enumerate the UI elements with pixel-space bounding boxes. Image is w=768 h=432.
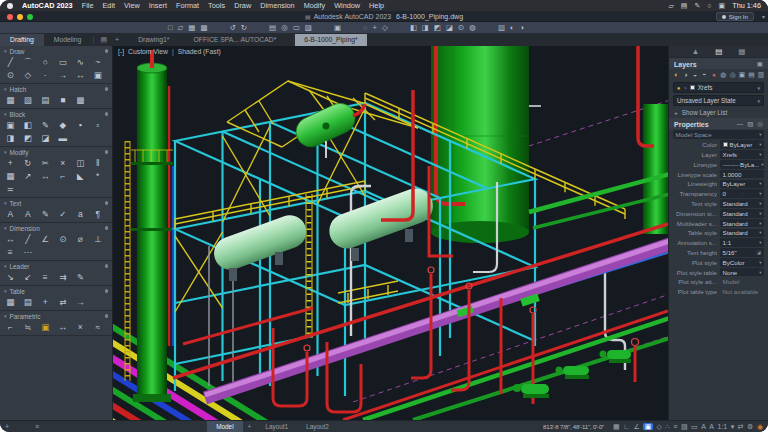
base-point-icon[interactable]: ▫ (91, 119, 106, 131)
viewport-canvas[interactable] (113, 46, 668, 420)
plot-icon[interactable]: ▤ (269, 24, 276, 32)
boundary-tool-icon[interactable]: ▤ (38, 94, 53, 106)
array-tool-icon[interactable]: ▦ (3, 170, 18, 182)
parallel-constraint-icon[interactable]: ≒ (21, 321, 36, 333)
object-snap-icon[interactable]: ▣ (643, 423, 653, 430)
clip-reference-icon[interactable]: ◩ (21, 132, 36, 144)
selection-cycling-icon[interactable]: ▭ (691, 423, 698, 430)
layer-freeze-icon[interactable]: ◑ (681, 71, 689, 79)
chamfer-tool-icon[interactable]: ◣ (73, 170, 88, 182)
transparency-picker-icon[interactable]: ◌ (741, 191, 744, 196)
write-block-icon[interactable]: ▪ (73, 119, 88, 131)
plot-style-table-dropdown[interactable]: None▾ (720, 268, 764, 277)
layers-toggle-icon[interactable]: ▥ (498, 24, 505, 32)
flyout-icon[interactable]: ◢ (756, 250, 761, 255)
render-icon[interactable]: ◍ (469, 24, 476, 32)
match-properties-icon[interactable]: ◨ (422, 24, 429, 32)
panel-expander-icon[interactable] (105, 264, 109, 268)
zoom-window-icon[interactable] (27, 14, 33, 20)
tab-overview-icon[interactable]: ▤ (96, 34, 111, 46)
panel-expander-icon[interactable] (105, 226, 109, 230)
current-layer-dropdown[interactable]: ● ◔ Xrefs ▾ (673, 82, 764, 93)
polar-tracking-icon[interactable]: ∠ (634, 423, 640, 430)
ordinate-dimension-icon[interactable]: ⊥ (91, 233, 106, 245)
blocks-icon[interactable]: ◪ (446, 24, 453, 32)
new-layer-icon[interactable]: ◍ (719, 71, 727, 79)
measure-icon[interactable]: ◩ (434, 24, 441, 32)
multileader-icon[interactable]: ↘ (3, 271, 18, 283)
collapse-triangle-icon[interactable]: ▾ (4, 288, 7, 294)
app-menu[interactable]: AutoCAD 2023 (22, 1, 73, 10)
new-file-icon[interactable]: □ (168, 24, 173, 32)
offset-tool-icon[interactable]: ‖ (91, 157, 106, 169)
fillet-tool-icon[interactable]: ⌐ (56, 170, 71, 182)
isometric-drafting-icon[interactable]: ◇ (656, 423, 661, 430)
edit-block-icon[interactable]: ✎ (38, 119, 53, 131)
customize-icon[interactable]: ≡ (35, 423, 39, 430)
screen-mirroring-icon[interactable]: ▱ (668, 2, 673, 10)
collapse-icon[interactable]: — (737, 120, 744, 128)
annotation-autoscale-icon[interactable]: A (709, 423, 714, 430)
settings-gear-icon[interactable]: ⚙ (747, 423, 753, 430)
ortho-icon[interactable]: ∟ (623, 423, 630, 430)
save-icon[interactable]: ▦ (188, 24, 195, 32)
add-leader-icon[interactable]: ↙ (21, 271, 36, 283)
delete-layer-icon[interactable]: ◎ (728, 71, 736, 79)
set-current-layer-icon[interactable]: ▣ (738, 71, 746, 79)
sign-in-button[interactable]: Sign In (716, 12, 754, 21)
menu-file[interactable]: File (82, 1, 94, 10)
edit-table-icon[interactable]: ▤ (21, 296, 36, 308)
dimensional-constraint-icon[interactable]: ↔ (56, 321, 71, 333)
text-height-input[interactable]: 5/16"◢ (720, 248, 764, 257)
annotation-visibility-icon[interactable]: A (701, 423, 706, 430)
menu-insert[interactable]: Insert (149, 1, 167, 10)
spell-check-icon[interactable]: ✓ (56, 208, 71, 220)
table-tool-icon[interactable]: ▦ (3, 296, 18, 308)
solid-fill-tool-icon[interactable]: ■ (56, 94, 71, 106)
coincident-constraint-icon[interactable]: ⌐ (3, 321, 18, 333)
spline-tool-icon[interactable]: ~ (91, 56, 106, 68)
publish-icon[interactable]: ▨ (305, 24, 312, 32)
tool-sets-tab-icon[interactable]: ▲ (692, 47, 699, 56)
layer-state-dropdown[interactable]: Unsaved Layer State ▾ (673, 95, 764, 106)
viewport-visual-style[interactable]: Shaded (Fast) (178, 48, 221, 55)
share-icon[interactable]: ◐ (510, 24, 515, 32)
edit-text-icon[interactable]: ✎ (38, 208, 53, 220)
layer-settings-icon[interactable]: ▥ (757, 71, 765, 79)
collapse-triangle-icon[interactable]: ▾ (4, 225, 7, 231)
plot-style-dropdown[interactable]: ByColor▾ (720, 258, 764, 267)
control-center-icon[interactable]: ▣ (719, 2, 726, 10)
annotation-scale-value[interactable]: 1:1 (717, 423, 727, 430)
auto-constrain-icon[interactable]: ≈ (91, 321, 106, 333)
lineweight-dropdown[interactable]: ByLayer▾ (720, 180, 764, 189)
tab-drafting[interactable]: Drafting (0, 34, 44, 46)
open-file-icon[interactable]: ▱ (178, 24, 184, 32)
move-tool-icon[interactable]: + (3, 157, 18, 169)
viewport-view-name[interactable]: Custom View (128, 48, 168, 55)
xline-tool-icon[interactable]: ↔ (73, 69, 88, 81)
gradient-tool-icon[interactable]: ▨ (21, 94, 36, 106)
panel-expander-icon[interactable] (105, 49, 109, 53)
menu-window[interactable]: Window (334, 1, 360, 10)
collapse-triangle-icon[interactable]: ▾ (4, 111, 7, 117)
lineweight-icon[interactable]: ≡ (673, 423, 677, 430)
collapse-triangle-icon[interactable]: ▾ (4, 313, 7, 319)
selection-window-icon[interactable]: ◌ (363, 24, 367, 32)
menu-view[interactable]: View (124, 1, 140, 10)
layer-plot-icon[interactable]: ◓ (700, 71, 708, 79)
single-line-text-icon[interactable]: A (21, 208, 36, 220)
menu-dimension[interactable]: Dimension (260, 1, 294, 10)
stretch-tool-icon[interactable]: ↔ (38, 170, 53, 182)
workspace-switch-icon[interactable]: ▣ (334, 24, 341, 32)
viewport[interactable]: [-] Custom View | Shaded (Fast) (113, 46, 668, 420)
sync-attributes-icon[interactable]: ▬ (56, 132, 71, 144)
text-style-dropdown[interactable]: Standard▾ (720, 199, 764, 208)
insert-row-icon[interactable]: + (38, 296, 53, 308)
redo-icon[interactable]: ↻ (241, 24, 247, 32)
tab-modeling[interactable]: Modeling (44, 34, 92, 46)
layer-lock-icon[interactable]: ◒ (691, 71, 699, 79)
properties-tab-icon[interactable]: ▤ (715, 47, 722, 56)
collect-leaders-icon[interactable]: ≡ (38, 271, 53, 283)
export-table-icon[interactable]: → (73, 296, 88, 308)
scale-tool-icon[interactable]: ↗ (21, 170, 36, 182)
